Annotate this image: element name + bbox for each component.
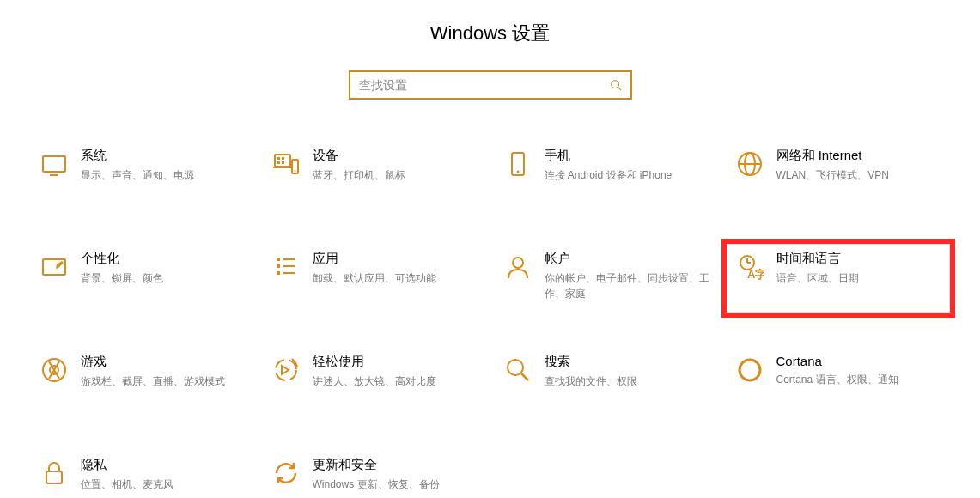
- tile-title: 个性化: [81, 251, 246, 267]
- tile-title: 更新和安全: [313, 457, 478, 473]
- tile-title: 时间和语言: [776, 251, 941, 267]
- tile-title: 网络和 Internet: [776, 148, 941, 164]
- tile-title: 系统: [81, 148, 246, 164]
- apps-icon: [271, 252, 301, 282]
- search-icon: [610, 79, 622, 91]
- network-icon: [735, 149, 764, 179]
- tile-desc: 卸载、默认应用、可选功能: [313, 270, 478, 286]
- tile-title: Cortana: [776, 354, 941, 368]
- time-icon: [735, 252, 764, 282]
- tile-desc: 语音、区域、日期: [776, 270, 941, 286]
- settings-tile-privacy[interactable]: 隐私位置、相机、麦克风: [31, 450, 254, 498]
- search-box[interactable]: [349, 70, 632, 100]
- tile-desc: 讲述人、放大镜、高对比度: [313, 374, 478, 389]
- settings-tile-ease[interactable]: 轻松使用讲述人、放大镜、高对比度: [263, 347, 486, 416]
- tile-title: 应用: [313, 251, 478, 267]
- system-icon: [40, 149, 69, 179]
- tile-desc: 游戏栏、截屏、直播、游戏模式: [81, 374, 246, 389]
- cortana-icon: [735, 355, 764, 385]
- tile-desc: 你的帐户、电子邮件、同步设置、工作、家庭: [545, 270, 709, 301]
- settings-tile-system[interactable]: 系统显示、声音、通知、电源: [31, 141, 254, 210]
- tile-desc: 蓝牙、打印机、鼠标: [313, 167, 478, 183]
- tile-title: 轻松使用: [313, 354, 478, 370]
- settings-tile-apps[interactable]: 应用卸载、默认应用、可选功能: [263, 244, 486, 313]
- tile-desc: 查找我的文件、权限: [545, 374, 709, 389]
- devices-icon: [271, 149, 301, 179]
- tile-desc: Cortana 语言、权限、通知: [776, 372, 941, 387]
- tile-title: 搜索: [545, 354, 709, 370]
- settings-tile-gaming[interactable]: 游戏游戏栏、截屏、直播、游戏模式: [31, 347, 254, 416]
- privacy-icon: [40, 459, 69, 488]
- tile-desc: WLAN、飞行模式、VPN: [776, 167, 941, 183]
- settings-tile-phone[interactable]: 手机连接 Android 设备和 iPhone: [495, 141, 718, 210]
- svg-line-1: [618, 88, 621, 91]
- tile-title: 手机: [545, 148, 709, 164]
- accounts-icon: [503, 252, 533, 282]
- settings-tile-devices[interactable]: 设备蓝牙、打印机、鼠标: [263, 141, 486, 210]
- settings-tile-network[interactable]: 网络和 InternetWLAN、飞行模式、VPN: [727, 141, 950, 210]
- settings-tile-cortana[interactable]: CortanaCortana 语言、权限、通知: [727, 347, 950, 416]
- tile-desc: 背景、锁屏、颜色: [81, 270, 246, 286]
- settings-tile-accounts[interactable]: 帐户你的帐户、电子邮件、同步设置、工作、家庭: [495, 244, 718, 313]
- tile-title: 设备: [313, 148, 478, 164]
- phone-icon: [503, 149, 533, 179]
- gaming-icon: [40, 355, 69, 385]
- update-icon: [271, 459, 301, 488]
- ease-icon: [271, 355, 301, 385]
- tile-desc: 位置、相机、麦克风: [81, 477, 246, 492]
- settings-tile-time[interactable]: 时间和语言语音、区域、日期: [727, 244, 950, 313]
- personalization-icon: [40, 252, 69, 282]
- tile-title: 帐户: [545, 251, 709, 267]
- settings-tile-search[interactable]: 搜索查找我的文件、权限: [495, 347, 718, 416]
- svg-point-0: [611, 81, 618, 88]
- settings-tile-update[interactable]: 更新和安全Windows 更新、恢复、备份: [263, 450, 486, 498]
- tile-desc: 连接 Android 设备和 iPhone: [545, 167, 709, 183]
- search-icon: [503, 355, 533, 385]
- settings-tile-personalization[interactable]: 个性化背景、锁屏、颜色: [31, 244, 254, 313]
- tile-desc: 显示、声音、通知、电源: [81, 167, 246, 183]
- page-title: Windows 设置: [0, 21, 980, 46]
- tile-title: 隐私: [81, 457, 246, 473]
- tile-title: 游戏: [81, 354, 246, 370]
- search-input[interactable]: [359, 78, 610, 92]
- tile-desc: Windows 更新、恢复、备份: [313, 477, 478, 492]
